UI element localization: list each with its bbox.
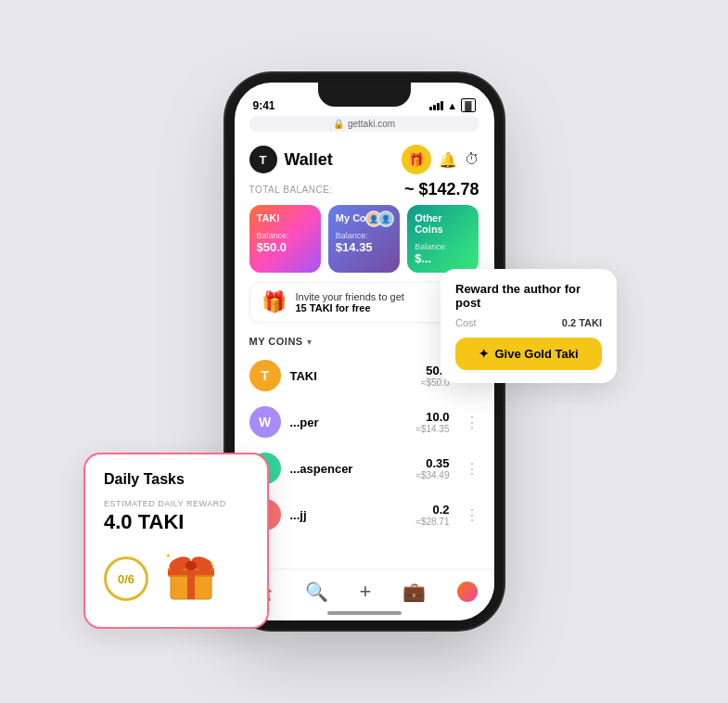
daily-tasks-title: Daily Tasks <box>104 471 249 488</box>
other-coins-card-name: Other Coins <box>415 212 471 235</box>
svg-text:✦: ✦ <box>210 561 214 567</box>
taki-coin-name: TAKI <box>290 369 412 383</box>
signal-bar-3 <box>437 103 440 110</box>
mycoin-icon-2: 👤 <box>377 211 394 227</box>
chevron-down-icon: ▾ <box>307 337 312 347</box>
balance-label: TOTAL BALANCE: <box>249 185 333 195</box>
est-reward-value: 4.0 TAKI <box>104 510 249 534</box>
coin-list-item[interactable]: S ...aspencer 0.35 ≈$34.49 ⋮ <box>235 445 494 492</box>
est-reward-label: ESTIMATED DAILY REWARD <box>104 499 249 508</box>
notification-icon[interactable]: 🔔 <box>439 151 457 169</box>
nav-wallet[interactable]: 💼 <box>402 581 426 603</box>
give-gold-button[interactable]: ✦ Give Gold Taki <box>455 338 602 370</box>
signal-bar-1 <box>429 107 432 110</box>
reward-cost-row: Cost 0.2 TAKI <box>455 317 602 328</box>
coin3-amounts: 0.35 ≈$34.49 <box>415 456 449 480</box>
status-time: 9:41 <box>253 99 275 112</box>
invite-text: Invite your friends to get 15 TAKI for f… <box>296 291 404 313</box>
other-coins-balance-label: Balance: <box>415 242 471 251</box>
reward-cost-label: Cost <box>455 317 477 328</box>
taki-card[interactable]: TAKI Balance: $50.0 <box>249 205 321 273</box>
my-coins-label: MY COINS <box>249 336 303 347</box>
coin-list-item[interactable]: W ...per 10.0 ≈$14.35 ⋮ <box>235 399 494 445</box>
taki-coin-icon: T <box>249 360 281 391</box>
svg-point-6 <box>185 561 197 570</box>
coin2-icon: W <box>249 406 281 438</box>
status-icons: ▲ ▓ <box>429 98 475 112</box>
history-icon[interactable]: ⏱ <box>465 151 479 168</box>
invite-gift-icon: 🎁 <box>262 290 287 314</box>
nav-add[interactable]: + <box>360 580 372 604</box>
taki-balance-val: $50.0 <box>257 240 313 254</box>
svg-rect-3 <box>168 570 214 575</box>
nav-profile[interactable] <box>457 582 478 602</box>
coin4-amounts: 0.2 ≈$28.71 <box>415 503 449 527</box>
progress-text: 0/6 <box>118 572 134 586</box>
reward-popup-title: Reward the author for post <box>455 282 602 310</box>
wifi-icon: ▲ <box>447 100 457 111</box>
home-indicator <box>327 611 402 615</box>
tasks-bottom: 0/6 <box>104 547 249 610</box>
app-header: T Wallet 🎁 🔔 ⏱ <box>235 137 494 180</box>
gift-decoration-icon: ✦ ✦ <box>163 547 219 610</box>
daily-tasks-card: Daily Tasks ESTIMATED DAILY REWARD 4.0 T… <box>83 453 269 629</box>
invite-reward: 15 TAKI for free <box>296 302 371 313</box>
balance-amount: ~ $142.78 <box>404 180 479 199</box>
lock-icon: 🔒 <box>333 119 344 129</box>
signal-bar-2 <box>433 105 436 110</box>
balance-section: TOTAL BALANCE: ~ $142.78 <box>235 180 494 205</box>
url-text: gettaki.com <box>348 119 395 129</box>
coin2-name: ...per <box>290 415 407 429</box>
coin2-more-icon[interactable]: ⋮ <box>459 414 479 431</box>
url-bar: 🔒 gettaki.com <box>249 116 479 132</box>
other-coins-card[interactable]: Other Coins Balance: $... <box>407 205 479 273</box>
header-icons: 🎁 🔔 ⏱ <box>402 145 479 174</box>
nav-search[interactable]: 🔍 <box>305 581 328 603</box>
other-coins-balance-val: $... <box>415 251 471 265</box>
page-title: Wallet <box>285 150 394 170</box>
progress-circle: 0/6 <box>104 556 148 601</box>
gift-button[interactable]: 🎁 <box>402 145 431 174</box>
coin4-more-icon[interactable]: ⋮ <box>459 506 479 524</box>
give-gold-label: Give Gold Taki <box>494 347 578 361</box>
mycoin-balance-label: Balance: <box>336 231 392 240</box>
taki-balance-label: Balance: <box>257 231 313 240</box>
taki-card-name: TAKI <box>257 212 313 224</box>
reward-cost-value: 0.2 TAKI <box>562 317 602 328</box>
user-avatar[interactable]: T <box>249 146 277 173</box>
svg-text:✦: ✦ <box>165 552 172 560</box>
signal-bar-4 <box>441 101 443 110</box>
coin3-more-icon[interactable]: ⋮ <box>459 460 479 478</box>
mycoin-balance-val: $14.35 <box>336 240 392 254</box>
coin4-name: ...jj <box>290 508 407 522</box>
star-icon: ✦ <box>479 347 489 361</box>
battery-icon: ▓ <box>461 98 475 112</box>
coin-list-item[interactable]: J ...jj 0.2 ≈$28.71 ⋮ <box>235 492 494 538</box>
mycoin-card[interactable]: My Coin 👤 👤 Balance: $14.35 <box>328 205 400 273</box>
phone-notch <box>318 83 411 107</box>
reward-popup: Reward the author for post Cost 0.2 TAKI… <box>441 269 617 383</box>
coin2-amounts: 10.0 ≈$14.35 <box>415 410 449 434</box>
coin3-name: ...aspencer <box>290 462 407 476</box>
